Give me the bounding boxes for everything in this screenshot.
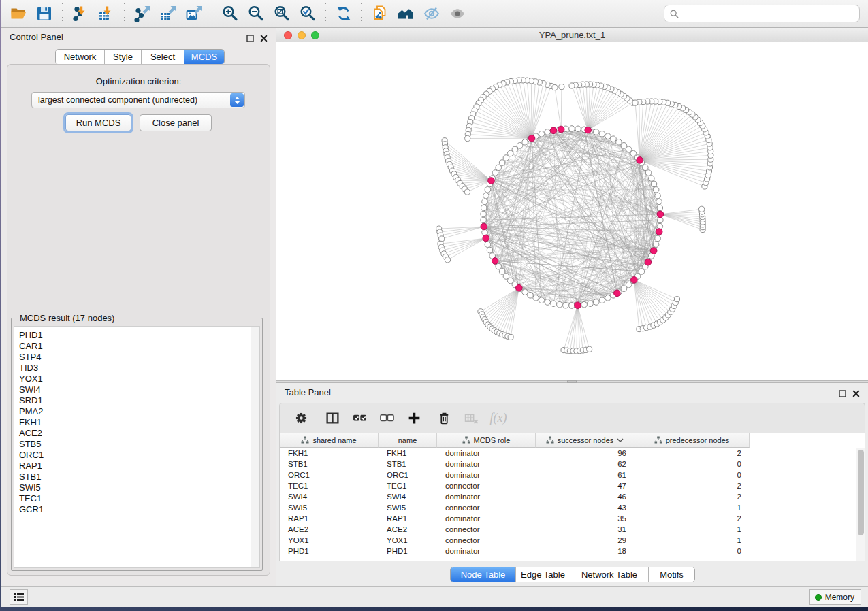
network-node[interactable] xyxy=(655,193,661,199)
network-node[interactable] xyxy=(621,143,627,149)
network-node[interactable] xyxy=(611,136,617,142)
table-settings-button[interactable] xyxy=(289,407,312,430)
mcds-result-item[interactable]: SWI4 xyxy=(19,384,259,395)
tab-style[interactable]: Style xyxy=(104,50,141,64)
network-node[interactable] xyxy=(656,199,662,205)
mcds-selected-node[interactable] xyxy=(645,259,652,265)
network-node[interactable] xyxy=(485,187,491,193)
network-node[interactable] xyxy=(599,131,605,137)
network-node[interactable] xyxy=(517,143,523,149)
network-node[interactable] xyxy=(482,199,488,205)
network-node[interactable] xyxy=(481,205,487,211)
zoom-in-button[interactable] xyxy=(217,2,243,25)
network-node[interactable] xyxy=(533,295,539,301)
table-row[interactable]: RAP1RAP1dominator352 xyxy=(280,513,856,524)
delete-column-button[interactable] xyxy=(432,407,455,430)
network-node[interactable] xyxy=(626,282,632,288)
mcds-selected-node[interactable] xyxy=(631,277,638,284)
mcds-result-item[interactable]: STB1 xyxy=(19,472,259,482)
zoom-selected-button[interactable] xyxy=(295,2,321,25)
show-all-button[interactable] xyxy=(445,2,470,25)
column-header-shared-name[interactable]: shared name xyxy=(280,433,379,448)
table-row[interactable]: ACE2ACE2connector311 xyxy=(280,524,856,535)
table-row[interactable]: YOX1YOX1connector291 xyxy=(280,535,856,546)
network-node[interactable] xyxy=(605,295,611,301)
network-node[interactable] xyxy=(599,297,605,303)
network-node[interactable] xyxy=(445,257,450,263)
table-row[interactable]: SWI4SWI4dominator462 xyxy=(280,491,856,502)
network-node[interactable] xyxy=(496,263,502,269)
network-node[interactable] xyxy=(651,181,657,187)
network-node[interactable] xyxy=(481,211,487,217)
zoom-fit-button[interactable] xyxy=(269,2,295,25)
save-session-button[interactable] xyxy=(31,2,57,25)
network-node[interactable] xyxy=(657,205,663,211)
mcds-result-item[interactable]: ORC1 xyxy=(19,450,259,461)
tab-motifs[interactable]: Motifs xyxy=(648,567,694,582)
network-node[interactable] xyxy=(639,269,645,275)
create-column-button[interactable] xyxy=(402,407,425,430)
network-node[interactable] xyxy=(621,286,627,292)
column-header-successor-nodes[interactable]: successor nodes xyxy=(536,433,634,448)
mcds-result-item[interactable]: PHD1 xyxy=(19,330,259,341)
network-node[interactable] xyxy=(557,301,563,308)
tab-network-table[interactable]: Network Table xyxy=(570,567,648,582)
export-table-button[interactable] xyxy=(155,2,181,25)
network-node[interactable] xyxy=(632,100,638,105)
network-node[interactable] xyxy=(649,176,655,182)
clone-network-button[interactable] xyxy=(367,2,393,25)
network-node[interactable] xyxy=(528,293,534,299)
network-node[interactable] xyxy=(499,160,505,166)
network-node[interactable] xyxy=(569,303,575,309)
network-node[interactable] xyxy=(575,126,581,132)
mcds-selected-node[interactable] xyxy=(657,211,664,218)
network-node[interactable] xyxy=(464,189,470,195)
mcds-result-item[interactable]: TEC1 xyxy=(19,493,259,504)
mcds-selected-node[interactable] xyxy=(656,229,662,235)
network-node[interactable] xyxy=(605,133,611,139)
table-row[interactable]: PHD1PHD1dominator180 xyxy=(280,546,856,557)
deselect-all-rows-button[interactable] xyxy=(375,407,398,430)
network-node[interactable] xyxy=(545,299,551,306)
mcds-selected-node[interactable] xyxy=(637,157,643,164)
mcds-result-item[interactable]: RAP1 xyxy=(19,461,259,472)
table-scrollbar[interactable] xyxy=(856,448,865,561)
network-node[interactable] xyxy=(545,129,551,135)
mcds-result-item[interactable]: ACE2 xyxy=(19,428,259,439)
network-node[interactable] xyxy=(674,297,679,302)
first-neighbors-button[interactable] xyxy=(393,2,419,25)
network-node[interactable] xyxy=(483,193,489,199)
network-node[interactable] xyxy=(512,146,518,152)
table-row[interactable]: ORC1ORC1dominator610 xyxy=(280,469,856,480)
network-node[interactable] xyxy=(653,242,659,248)
network-node[interactable] xyxy=(539,297,545,303)
table-row[interactable]: SWI5SWI5connector431 xyxy=(280,502,856,513)
tab-node-table[interactable]: Node Table xyxy=(451,567,515,582)
mcds-selected-node[interactable] xyxy=(550,127,557,134)
network-node[interactable] xyxy=(482,229,488,235)
network-node[interactable] xyxy=(465,135,470,141)
tab-mcds[interactable]: MCDS xyxy=(184,50,224,64)
network-window-titlebar[interactable]: YPA_prune.txt_1 xyxy=(276,28,868,42)
mcds-result-item[interactable]: CAR1 xyxy=(19,341,259,352)
mcds-result-item[interactable]: PMA2 xyxy=(19,406,259,417)
memory-button[interactable]: Memory xyxy=(809,589,861,605)
tab-edge-table[interactable]: Edge Table xyxy=(515,567,570,582)
search-input[interactable] xyxy=(683,9,854,18)
network-node[interactable] xyxy=(503,274,509,280)
network-node[interactable] xyxy=(522,139,528,146)
mcds-result-list[interactable]: PHD1CAR1STP4TID3YOX1SWI4SRD1PMA2FKH1ACE2… xyxy=(14,326,260,568)
network-node[interactable] xyxy=(569,83,575,88)
close-panel-icon[interactable] xyxy=(852,388,860,400)
mcds-selected-node[interactable] xyxy=(575,302,581,309)
network-node[interactable] xyxy=(699,206,705,212)
network-node[interactable] xyxy=(499,269,505,275)
mcds-selected-node[interactable] xyxy=(481,223,487,230)
mcds-selected-node[interactable] xyxy=(558,126,564,133)
optimization-criterion-select[interactable]: largest connected component (undirected) xyxy=(31,92,245,108)
network-node[interactable] xyxy=(594,129,600,135)
show-panels-list-button[interactable] xyxy=(10,589,28,605)
network-node[interactable] xyxy=(594,299,600,306)
close-panel-icon[interactable] xyxy=(260,33,268,45)
network-node[interactable] xyxy=(655,235,661,242)
